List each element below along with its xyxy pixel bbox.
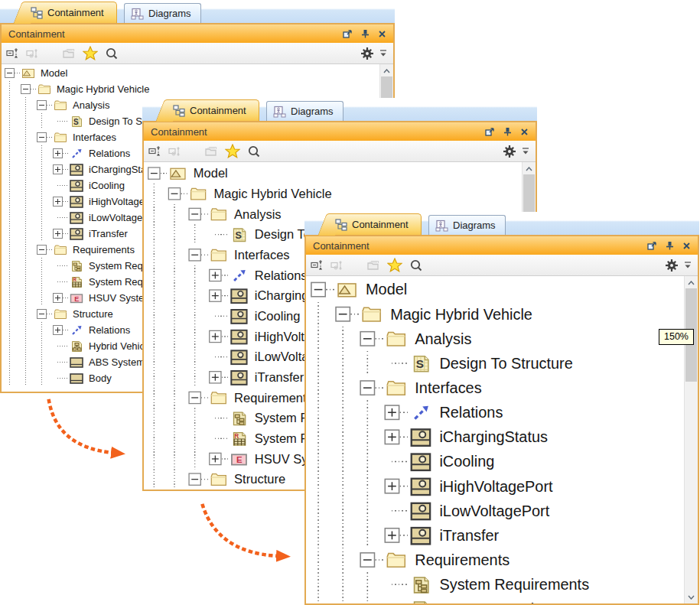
tree-row[interactable]: RSystem Requirements bbox=[311, 597, 698, 603]
expand-plus-icon[interactable] bbox=[209, 269, 222, 282]
search-icon[interactable] bbox=[409, 259, 423, 272]
collapse-minus-icon[interactable] bbox=[188, 473, 201, 486]
expand-plus-icon[interactable] bbox=[209, 453, 222, 466]
tree-connector bbox=[222, 336, 230, 337]
expand-plus-icon[interactable] bbox=[53, 197, 63, 207]
tree-row[interactable]: System Requirements bbox=[311, 572, 698, 597]
tree-row[interactable]: iLowVoltagePort bbox=[311, 499, 698, 523]
tree-item-label: Analysis bbox=[68, 99, 109, 111]
search-icon[interactable] bbox=[247, 145, 261, 158]
search-icon[interactable] bbox=[105, 47, 119, 60]
tree-row[interactable]: Magic Hybrid Vehicle bbox=[5, 81, 387, 97]
open-in-new-tree-icon[interactable] bbox=[204, 145, 218, 158]
tree-item-label: Requirements bbox=[408, 551, 510, 569]
close-icon[interactable] bbox=[378, 30, 386, 38]
tab-containment[interactable]: Containment bbox=[26, 2, 117, 23]
expand-plus-icon[interactable] bbox=[53, 148, 63, 158]
collapse-minus-icon[interactable] bbox=[311, 282, 326, 298]
expand-plus-icon[interactable] bbox=[53, 293, 63, 303]
tree-indent-guide bbox=[37, 274, 53, 290]
open-in-new-tree-icon[interactable] bbox=[62, 47, 76, 60]
pin-icon[interactable] bbox=[361, 29, 370, 38]
filter-caret-icon[interactable] bbox=[684, 261, 692, 270]
settings-gear-icon[interactable] bbox=[360, 47, 374, 60]
collapse-minus-icon[interactable] bbox=[188, 392, 201, 405]
collapse-minus-icon[interactable] bbox=[37, 100, 47, 110]
float-window-icon[interactable] bbox=[647, 241, 657, 250]
collapse-minus-icon[interactable] bbox=[37, 245, 47, 255]
filter-caret-icon[interactable] bbox=[522, 147, 529, 156]
collapse-minus-icon[interactable] bbox=[21, 84, 31, 94]
collapse-minus-icon[interactable] bbox=[335, 307, 350, 322]
tree-row[interactable]: iTransfer bbox=[311, 523, 698, 548]
scroll-up-icon[interactable] bbox=[685, 277, 698, 288]
vertical-scrollbar[interactable] bbox=[684, 276, 698, 603]
tree-row[interactable]: Model bbox=[311, 278, 698, 302]
close-icon[interactable] bbox=[520, 128, 529, 136]
tab-containment[interactable]: Containment bbox=[168, 99, 259, 121]
collapse-selected-icon[interactable] bbox=[330, 259, 343, 272]
collapse-all-icon[interactable] bbox=[148, 145, 161, 158]
expand-plus-icon[interactable] bbox=[209, 330, 222, 343]
close-icon[interactable] bbox=[682, 242, 691, 250]
tree-row[interactable]: SDesign To Structure bbox=[311, 351, 698, 376]
tab-diagrams-label: Diagrams bbox=[148, 8, 191, 19]
collapse-selected-icon[interactable] bbox=[168, 145, 181, 158]
expand-plus-icon[interactable] bbox=[385, 429, 400, 444]
expand-plus-icon[interactable] bbox=[53, 325, 63, 335]
tree-row[interactable]: Magic Hybrid Vehicle bbox=[148, 184, 536, 204]
expand-plus-icon[interactable] bbox=[209, 371, 222, 384]
pin-icon[interactable] bbox=[666, 241, 674, 250]
pin-icon[interactable] bbox=[503, 127, 512, 136]
collapse-minus-icon[interactable] bbox=[188, 208, 201, 221]
expand-plus-icon[interactable] bbox=[209, 289, 222, 302]
collapse-minus-icon[interactable] bbox=[168, 187, 181, 200]
tree-indent-guide bbox=[360, 449, 384, 473]
expand-plus-icon[interactable] bbox=[385, 405, 400, 420]
collapse-minus-icon[interactable] bbox=[360, 380, 375, 395]
tree-row[interactable]: Model bbox=[148, 163, 536, 184]
settings-gear-icon[interactable] bbox=[503, 145, 516, 158]
scroll-up-icon[interactable] bbox=[523, 163, 536, 174]
favorites-star-icon[interactable] bbox=[387, 258, 402, 272]
tree-row[interactable]: Analysis bbox=[311, 327, 698, 351]
tree-row[interactable]: Model bbox=[5, 65, 387, 81]
favorites-star-icon[interactable] bbox=[225, 144, 240, 158]
open-in-new-tree-icon[interactable] bbox=[366, 259, 380, 272]
tab-diagrams[interactable]: Diagrams bbox=[428, 215, 506, 235]
tree-row[interactable]: iHighVoltagePort bbox=[311, 474, 698, 499]
tree-row[interactable]: iCooling bbox=[311, 449, 698, 473]
collapse-minus-icon[interactable] bbox=[5, 68, 15, 78]
collapse-minus-icon[interactable] bbox=[148, 167, 161, 180]
float-window-icon[interactable] bbox=[485, 127, 495, 136]
tree-row[interactable]: Interfaces bbox=[311, 376, 698, 400]
expand-plus-icon[interactable] bbox=[385, 479, 400, 494]
tree-connector bbox=[201, 397, 209, 398]
filter-caret-icon[interactable] bbox=[379, 49, 387, 58]
tree-row[interactable]: iChargingStatus bbox=[311, 424, 698, 449]
tab-containment[interactable]: Containment bbox=[330, 213, 422, 235]
collapse-all-icon[interactable] bbox=[311, 259, 324, 272]
favorites-star-icon[interactable] bbox=[83, 46, 98, 60]
scroll-up-icon[interactable] bbox=[380, 65, 393, 76]
expand-plus-icon[interactable] bbox=[53, 229, 63, 239]
tab-diagrams[interactable]: Diagrams bbox=[266, 101, 343, 121]
tree-row[interactable]: Requirements bbox=[311, 548, 698, 572]
collapse-minus-icon[interactable] bbox=[37, 132, 47, 142]
tab-diagrams[interactable]: Diagrams bbox=[124, 3, 201, 23]
float-window-icon[interactable] bbox=[343, 29, 353, 38]
collapse-minus-icon[interactable] bbox=[188, 249, 201, 262]
collapse-selected-icon[interactable] bbox=[26, 47, 39, 60]
tree-indent-guide bbox=[37, 354, 53, 370]
settings-gear-icon[interactable] bbox=[665, 259, 679, 272]
scroll-down-icon[interactable] bbox=[685, 591, 698, 603]
expand-plus-icon[interactable] bbox=[385, 528, 400, 543]
collapse-minus-icon[interactable] bbox=[37, 309, 47, 319]
collapse-minus-icon[interactable] bbox=[360, 552, 375, 568]
tree-row[interactable]: Relations bbox=[311, 400, 698, 424]
expand-plus-icon[interactable] bbox=[53, 164, 63, 174]
collapse-all-icon[interactable] bbox=[6, 47, 19, 60]
svg-text:S: S bbox=[73, 117, 79, 125]
collapse-minus-icon[interactable] bbox=[360, 331, 375, 346]
tree-row[interactable]: Magic Hybrid Vehicle bbox=[311, 302, 698, 327]
